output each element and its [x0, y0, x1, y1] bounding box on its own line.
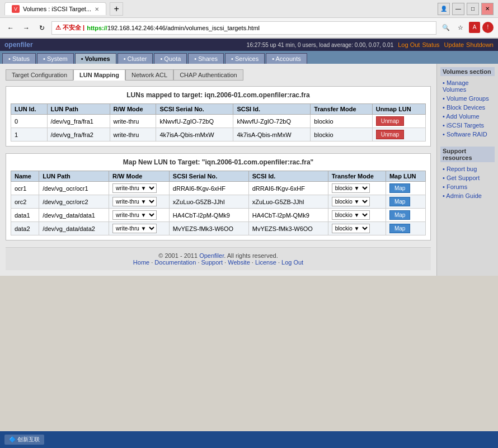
tab-volumes[interactable]: Volumes [75, 53, 116, 64]
col-scsi-id: SCSI Id. [233, 104, 311, 115]
new-tab-button[interactable]: + [110, 2, 123, 16]
unmap-cell-0: Unmap [372, 115, 425, 128]
rw-select-1[interactable]: write-thru ▼write-backread-only [112, 197, 157, 206]
unmap-cell-1: Unmap [372, 128, 425, 142]
map-button-0[interactable]: Map [389, 183, 410, 193]
sidebar-item-add-volume[interactable]: Add Volume [440, 112, 495, 121]
bookmark-star-icon[interactable]: ☆ [454, 22, 467, 34]
search-icon[interactable]: 🔍 [440, 22, 452, 34]
new-col-scsi-id: SCSI Id. [248, 171, 328, 182]
new-col-rw-mode: R/W Mode [109, 171, 170, 182]
col-lun-id: LUN Id. [11, 104, 48, 115]
refresh-button[interactable]: ↻ [36, 22, 48, 34]
security-warning: ⚠ 不安全 | [55, 23, 84, 32]
header-right: 16:27:55 up 41 min, 0 users, load averag… [247, 41, 494, 48]
new-transfer-3: blockio ▼fileio [328, 222, 386, 235]
transfer-select-0[interactable]: blockio ▼fileio [332, 183, 370, 193]
unmap-button-0[interactable]: Unmap [376, 116, 404, 126]
tab-quota[interactable]: Quota [154, 53, 187, 64]
sidebar: Volumes section Manage Volumes Volume Gr… [436, 64, 498, 276]
user-icon-btn[interactable]: 👤 [438, 3, 450, 15]
new-serial-3: MvYEZS-fMk3-W6OO [169, 222, 248, 235]
app-header: openfiler 16:27:55 up 41 min, 0 users, l… [0, 39, 498, 51]
mapped-lun-id-1: 1 [11, 128, 48, 142]
rw-select-2[interactable]: write-thru ▼write-backread-only [112, 210, 157, 220]
tab-cluster[interactable]: Cluster [118, 53, 153, 64]
subtab-chap-auth[interactable]: CHAP Authentication [173, 69, 243, 81]
mapped-transfer-1: blockio [311, 128, 372, 142]
back-button[interactable]: ← [4, 22, 17, 34]
transfer-select-1[interactable]: blockio ▼fileio [332, 197, 370, 206]
rw-select-0[interactable]: write-thru ▼write-backread-only [112, 183, 157, 193]
footer-link-docs[interactable]: Documentation [154, 259, 196, 266]
url-text: https:// [87, 25, 107, 31]
map-cell-3: Map [386, 222, 425, 235]
new-path-2: /dev/vg_data/data1 [39, 209, 109, 222]
tab-close-button[interactable]: ✕ [95, 6, 99, 12]
taskbar-item[interactable]: 🔷 创新互联 [4, 435, 44, 445]
minimize-button[interactable]: — [452, 3, 464, 15]
maximize-button[interactable]: □ [467, 3, 479, 15]
map-button-3[interactable]: Map [389, 224, 410, 233]
footer-link-license[interactable]: License [255, 259, 276, 266]
new-col-map: Map LUN [386, 171, 425, 182]
map-button-1[interactable]: Map [389, 197, 410, 206]
footer-link-support[interactable]: Support [201, 259, 223, 266]
address-bar[interactable]: ⚠ 不安全 | https:// 192.168.142.246:446/adm… [51, 21, 436, 35]
new-col-transfer: Transfer Mode [328, 171, 386, 182]
close-button[interactable]: ✕ [481, 3, 494, 15]
app-brand: openfiler [4, 41, 33, 49]
sidebar-item-admin-guide[interactable]: Admin Guide [440, 191, 495, 200]
table-row: data1 /dev/vg_data/data1 write-thru ▼wri… [11, 209, 426, 222]
sidebar-item-software-raid[interactable]: Software RAID [440, 130, 495, 139]
transfer-select-2[interactable]: blockio ▼fileio [332, 210, 370, 220]
tab-status[interactable]: Status [2, 53, 36, 64]
tab-system[interactable]: System [37, 53, 74, 64]
footer-link-openfiler[interactable]: Openfiler [199, 252, 224, 259]
sidebar-item-iscsi-targets[interactable]: iSCSI Targets [440, 121, 495, 130]
extension-icon[interactable]: A [469, 22, 480, 33]
footer-link-logout[interactable]: Log Out [281, 259, 303, 266]
mapped-transfer-0: blockio [311, 115, 372, 128]
subtab-target-config[interactable]: Target Configuration [6, 69, 73, 81]
alert-icon[interactable]: ! [482, 22, 494, 33]
table-row: orc2 /dev/vg_ocr/orc2 write-thru ▼write-… [11, 195, 426, 209]
transfer-select-3[interactable]: blockio ▼fileio [332, 224, 370, 233]
map-button-2[interactable]: Map [389, 210, 410, 220]
mapped-rw-mode-0: write-thru [110, 115, 156, 128]
new-name-1: orc2 [11, 195, 39, 209]
sidebar-item-volume-groups[interactable]: Volume Groups [440, 94, 495, 103]
sidebar-item-report-bug[interactable]: Report bug [440, 164, 495, 173]
nav-bar: ← → ↻ ⚠ 不安全 | https:// 192.168.142.246:4… [0, 18, 498, 38]
rw-select-3[interactable]: write-thru ▼write-backread-only [112, 224, 157, 233]
unmap-button-1[interactable]: Unmap [376, 130, 404, 139]
subtab-lun-mapping[interactable]: LUN Mapping [73, 69, 125, 81]
sidebar-support-title: Support resources [440, 147, 495, 162]
new-rw-0: write-thru ▼write-backread-only [109, 182, 170, 195]
logout-link[interactable]: Log Out [398, 41, 420, 48]
tab-accounts[interactable]: Accounts [266, 53, 307, 64]
sidebar-item-block-devices[interactable]: Block Devices [440, 103, 495, 112]
shutdown-link[interactable]: Shutdown [466, 41, 494, 48]
update-link[interactable]: Update [444, 41, 464, 48]
new-name-0: ocr1 [11, 182, 39, 195]
status-link[interactable]: Status [422, 41, 439, 48]
mapped-rw-mode-1: write-thru [110, 128, 156, 142]
footer-link-website[interactable]: Website [228, 259, 250, 266]
table-row: ocr1 /dev/vg_ocr/ocr1 write-thru ▼write-… [11, 182, 426, 195]
footer-link-home[interactable]: Home [133, 259, 149, 266]
browser-tab[interactable]: V Volumes : iSCSI Target... ✕ [4, 2, 106, 15]
table-row: data2 /dev/vg_data/data2 write-thru ▼wri… [11, 222, 426, 235]
content-area: Target Configuration LUN Mapping Network… [0, 64, 436, 276]
tab-services[interactable]: Services [225, 53, 265, 64]
url-host: 192.168.142.246:446/admin/volumes_iscsi_… [107, 25, 260, 31]
sidebar-item-forums[interactable]: Forums [440, 182, 495, 191]
footer-copyright: © 2001 - 2011 Openfiler. All rights rese… [10, 252, 426, 259]
sidebar-item-manage-volumes[interactable]: Manage Volumes [440, 78, 495, 94]
forward-button[interactable]: → [20, 22, 32, 34]
sidebar-item-get-support[interactable]: Get Support [440, 173, 495, 182]
map-cell-0: Map [386, 182, 425, 195]
subtab-network-acl[interactable]: Network ACL [125, 69, 173, 81]
title-bar: V Volumes : iSCSI Target... ✕ + 👤 — □ ✕ [0, 0, 498, 18]
tab-shares[interactable]: Shares [188, 53, 224, 64]
